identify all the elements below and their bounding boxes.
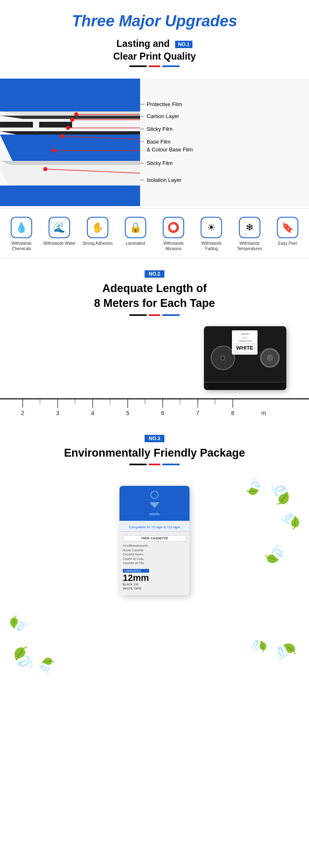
svg-rect-0 (0, 79, 140, 111)
svg-text:4: 4 (91, 410, 94, 416)
tape-product-area: 12mm 0.47" LAMINATED WHITE (0, 320, 309, 398)
leaf-right-bottom-2: 🍃 (248, 636, 269, 657)
reel-left (211, 346, 235, 370)
divider2-blue (162, 314, 180, 316)
divider-black (129, 65, 147, 67)
water-label: Withstands Water (43, 241, 76, 246)
layer-ann-6: Isolation Layer (140, 177, 297, 183)
svg-text:m: m (261, 410, 266, 416)
pkg-product-title: TAPE CASSETTE (123, 535, 186, 541)
leaf-top-right-1: 🍃 (263, 477, 297, 511)
fading-icon-box: ☀ (201, 217, 222, 238)
main-title: Three Major Upgrades (8, 12, 301, 30)
divider-red (149, 65, 160, 67)
layer-ann-3: Sticky Film (140, 126, 297, 132)
laminated-label: Laminated (126, 241, 145, 246)
leaf-top-right-3: 🍃 (276, 506, 304, 535)
pkg-desc: BLACK ONWHITE TAPE (123, 583, 149, 591)
reel-left-hub (220, 355, 225, 360)
section3-title: Environmentally Friendly Package (8, 446, 301, 460)
no2-badge: NO.2 (145, 270, 164, 278)
pkg-brand: labelife (124, 512, 185, 516)
divider3-black (129, 464, 147, 465)
features-section: 💧 Withstands Chemicals 🌊 Withstands Wate… (0, 208, 309, 258)
svg-text:6: 6 (161, 410, 164, 416)
svg-text:2: 2 (21, 410, 24, 416)
pkg-top: labelife (119, 486, 190, 521)
title-divider-3 (8, 464, 301, 465)
cassette-label-box: 12mm 0.47" LAMINATED WHITE (232, 330, 258, 355)
pkg-compat-bar: Compatible for TZ tape & TZe tape (119, 521, 190, 532)
title-divider-2 (8, 314, 301, 316)
fading-label: Withstands Fading (194, 241, 228, 251)
tape-layers-section: Protective Film Carbon Layer Sticky Film… (0, 79, 309, 206)
svg-text:3: 3 (56, 410, 59, 416)
svg-marker-8 (0, 161, 140, 165)
chemicals-label: Withstands Chemicals (5, 241, 38, 251)
svg-marker-1 (0, 111, 140, 116)
pkg-compat-text: Compatible for TZ tape & TZe tape (129, 525, 180, 529)
leaf-top-right-2: 🍃 (242, 475, 266, 499)
svg-point-24 (269, 357, 271, 359)
section1-title-part1: Lasting and (117, 38, 170, 49)
divider3-blue (162, 464, 180, 465)
chemicals-icon-box: 💧 (11, 217, 32, 238)
package-area: 🍃 🍃 🍃 🍃 🍃 🍃 🍃 🍃 🍃 labelife Compatible fo… (0, 473, 309, 679)
section1-heading: Lasting and NO.1 (8, 38, 301, 49)
svg-text:7: 7 (196, 410, 199, 416)
tape-slot (204, 382, 286, 390)
feature-adhesion: ✋ Strong Adhesion (81, 217, 115, 246)
feature-fading: ☀ Withstands Fading (194, 217, 228, 251)
no3-badge: NO.3 (145, 435, 164, 442)
pkg-multilingual: SchriftbandkassetteRuban CassetteCassett… (123, 544, 186, 566)
layer-ann-4b: & Colour Base Film (140, 146, 297, 153)
abrasion-icon-box: ⭕ (163, 217, 184, 238)
section2: NO.2 Adequate Length of 8 Meters for Eac… (0, 258, 309, 320)
svg-text:5: 5 (126, 410, 129, 416)
no1-badge: NO.1 (175, 41, 192, 48)
easypeel-icon-box: 🔖 (277, 217, 298, 238)
pkg-hang-hole (150, 491, 159, 499)
ruler-section: 2 3 4 5 6 7 8 m (0, 398, 309, 423)
svg-rect-10 (0, 186, 140, 206)
section1: Lasting and NO.1 Clear Print Quality (0, 38, 309, 79)
layer-annotations: Protective Film Carbon Layer Sticky Film… (140, 101, 297, 183)
temperatures-icon-box: ❄ (239, 217, 260, 238)
feature-abrasion: ⭕ Withstands Abrasion (157, 217, 190, 251)
features-row: 💧 Withstands Chemicals 🌊 Withstands Wate… (2, 217, 307, 251)
water-icon-box: 🌊 (49, 217, 70, 238)
feature-chemicals: 💧 Withstands Chemicals (5, 217, 38, 251)
adhesion-label: Strong Adhesion (82, 241, 112, 246)
svg-marker-6 (0, 131, 140, 135)
main-title-section: Three Major Upgrades (0, 0, 309, 38)
divider3-red (149, 464, 160, 465)
svg-marker-9 (0, 165, 140, 186)
adhesion-icon-box: ✋ (87, 217, 108, 238)
section1-title2: Clear Print Quality (8, 51, 301, 62)
layer-ann-4: Base Film (140, 139, 297, 145)
leaf-right-bottom: 🍃 (269, 636, 300, 667)
tape-cassette: 12mm 0.47" LAMINATED WHITE (204, 326, 286, 390)
pkg-lam-size-row: LAMINATED 12mm BLACK ONWHITE TAPE (123, 569, 186, 591)
ruler-svg: 2 3 4 5 6 7 8 m (0, 399, 309, 420)
pkg-size-main: 12mm (123, 573, 149, 583)
feature-water: 🌊 Withstands Water (42, 217, 76, 246)
title-divider-1 (8, 65, 301, 67)
section3: NO.3 Environmentally Friendly Package (0, 423, 309, 473)
svg-marker-2 (0, 116, 140, 119)
layer-ann-1: Protective Film (140, 101, 297, 107)
pkg-triangle (150, 502, 159, 508)
pkg-lam-info: LAMINATED 12mm BLACK ONWHITE TAPE (123, 569, 149, 591)
no3-badge-wrap: NO.3 (8, 434, 301, 442)
leaf-bottom-left-3: 🍃 (5, 610, 32, 638)
layer-ann-2: Carbon Layer (140, 113, 297, 119)
easypeel-label: Easy Peel (278, 241, 297, 246)
divider-blue (162, 65, 180, 67)
svg-text:8: 8 (231, 410, 234, 416)
tape-layers-svg (0, 79, 148, 206)
reel-right-inner (267, 355, 273, 361)
section2-title: Adequate Length of 8 Meters for Each Tap… (8, 281, 301, 311)
laminated-icon-box: 🔒 (125, 217, 146, 238)
temperatures-label: Withstands Temperatures (233, 241, 267, 251)
layer-ann-5: Sticky Film (140, 160, 297, 166)
